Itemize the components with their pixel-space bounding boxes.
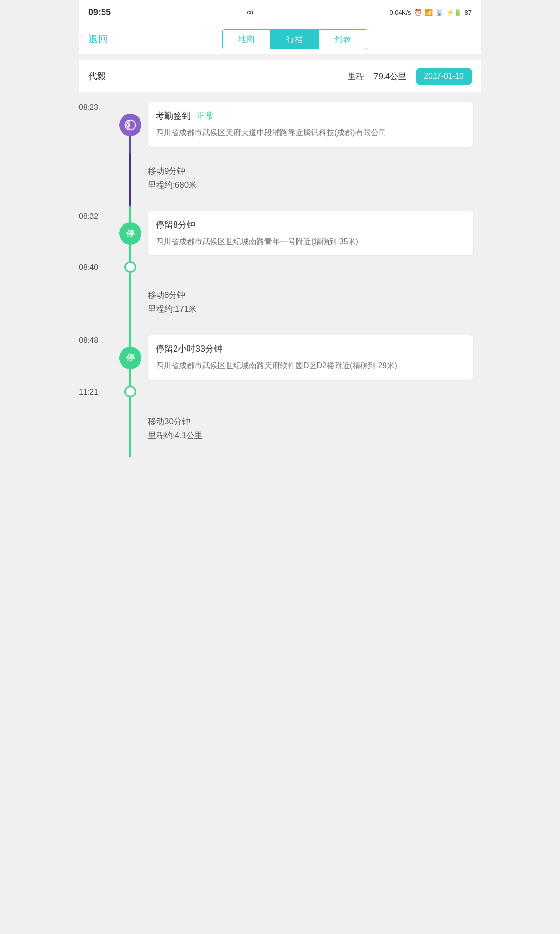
movement-3: 移动30分钟 里程约:4.1公里	[79, 403, 481, 457]
stop2-address: 四川省成都市武侯区世纪城南路天府软件园D区D2楼附近(精确到 29米)	[156, 359, 466, 372]
clock-icon: ⏰	[414, 9, 422, 16]
move-distance-3: 里程约:4.1公里	[148, 430, 473, 441]
nav-bar: 返回 地图 行程 列表	[79, 24, 481, 54]
move-content-1: 移动9分钟 里程约:680米	[143, 153, 481, 206]
tab-list[interactable]: 列表	[319, 30, 367, 49]
checkin-title: 考勤签到	[156, 110, 191, 122]
mileage-value: 79.4公里	[374, 71, 406, 82]
stop-2-top: 08:48 停 停留2小时33分钟 四川省成都市武侯区世纪城南路天府软件园D区D…	[79, 330, 481, 386]
move-distance-1: 里程约:680米	[148, 180, 473, 191]
timeline: 08:23 考勤签到	[79, 92, 481, 462]
end-dot-2	[124, 386, 136, 397]
tab-group: 地图 行程 列表	[222, 29, 367, 49]
spine-move2	[118, 277, 143, 330]
stop-1-end: 08:40	[79, 261, 481, 277]
spine-1	[118, 97, 143, 153]
content-1: 考勤签到 正常 四川省成都市武侯区天府大道中段辅路靠近腾讯科技(成都)有限公司	[143, 97, 481, 153]
battery-icon: ⚡🔋	[446, 9, 462, 16]
move-distance-2: 里程约:171米	[148, 304, 473, 315]
spine-stop2: 停	[118, 330, 143, 386]
time-0840: 08:40	[79, 261, 118, 277]
back-button[interactable]: 返回	[88, 33, 108, 46]
time-0848: 08:48	[79, 330, 118, 386]
move-duration-2: 移动8分钟	[148, 289, 473, 301]
spine-move1	[118, 153, 143, 206]
signal-icon: 📡	[436, 9, 443, 16]
stop1-address: 四川省成都市武侯区世纪城南路青年一号附近(精确到 35米)	[156, 235, 466, 248]
status-time: 09:55	[88, 7, 111, 18]
move-duration-1: 移动9分钟	[148, 165, 473, 177]
date-badge: 2017-01-10	[416, 68, 472, 85]
status-bar: 09:55 ∞ 0.04K/s ⏰ 📶 📡 ⚡🔋 87	[79, 0, 481, 24]
spine-stop2-end	[118, 386, 143, 403]
time-1121: 11:21	[79, 386, 118, 403]
card-stop2: 停留2小时33分钟 四川省成都市武侯区世纪城南路天府软件园D区D2楼附近(精确到…	[148, 335, 473, 380]
checkin-address: 四川省成都市武侯区天府大道中段辅路靠近腾讯科技(成都)有限公司	[156, 126, 466, 139]
checkin-status: 正常	[196, 110, 214, 122]
stop2-title: 停留2小时33分钟	[156, 343, 223, 355]
stop-content-2: 停留2小时33分钟 四川省成都市武侯区世纪城南路天府软件园D区D2楼附近(精确到…	[143, 330, 481, 386]
driver-name: 代毅	[88, 71, 106, 82]
status-icons: 0.04K/s ⏰ 📶 📡 ⚡🔋 87	[389, 9, 472, 16]
time-0832: 08:32	[79, 206, 118, 262]
stop-2-end: 11:21	[79, 386, 481, 403]
tab-map[interactable]: 地图	[223, 30, 271, 49]
fingerprint-node	[119, 114, 141, 136]
summary-row: 代毅 里程 79.4公里 2017-01-10	[79, 60, 481, 92]
mileage-label: 里程	[348, 71, 364, 82]
battery-level: 87	[465, 9, 472, 16]
spine-move3	[118, 403, 143, 457]
timeline-event-1: 08:23 考勤签到	[79, 97, 481, 153]
move-duration-3: 移动30分钟	[148, 416, 473, 427]
stop-node-2: 停	[119, 347, 141, 369]
tab-trip[interactable]: 行程	[271, 30, 319, 49]
speed-display: 0.04K/s	[389, 9, 411, 16]
stop1-title: 停留8分钟	[156, 219, 195, 231]
movement-2: 移动8分钟 里程约:171米	[79, 277, 481, 330]
end-dot-1	[124, 261, 136, 273]
time-0823: 08:23	[79, 97, 118, 153]
spine-stop1-end	[118, 261, 143, 277]
card-stop1: 停留8分钟 四川省成都市武侯区世纪城南路青年一号附近(精确到 35米)	[148, 211, 473, 256]
infinite-icon: ∞	[247, 7, 253, 18]
move-content-2: 移动8分钟 里程约:171米	[143, 277, 481, 330]
stop-1-top: 08:32 停 停留8分钟 四川省成都市武侯区世纪城南路青年一号附近(精确到 3…	[79, 206, 481, 262]
stop-node-1: 停	[119, 222, 141, 245]
stop-content-1: 停留8分钟 四川省成都市武侯区世纪城南路青年一号附近(精确到 35米)	[143, 206, 481, 262]
wifi-icon: 📶	[425, 9, 433, 16]
movement-1: 移动9分钟 里程约:680米	[79, 153, 481, 206]
move-content-3: 移动30分钟 里程约:4.1公里	[143, 403, 481, 457]
spine-stop1: 停	[118, 206, 143, 262]
card-checkin: 考勤签到 正常 四川省成都市武侯区天府大道中段辅路靠近腾讯科技(成都)有限公司	[148, 102, 473, 147]
